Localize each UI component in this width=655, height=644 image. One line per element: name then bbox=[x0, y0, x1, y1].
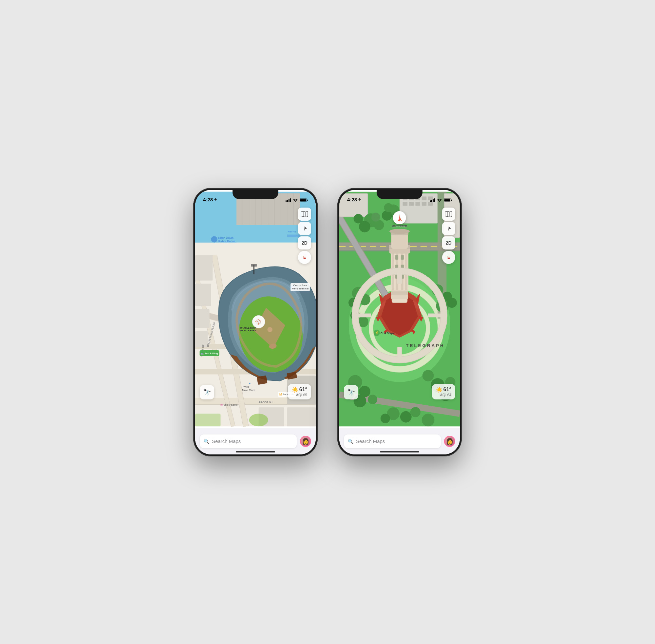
svg-rect-40 bbox=[251, 264, 256, 267]
search-icon-right: 🔍 bbox=[348, 439, 353, 444]
location-btn-left[interactable] bbox=[298, 222, 311, 235]
svg-text:◎: ◎ bbox=[220, 404, 223, 406]
svg-rect-25 bbox=[195, 255, 212, 280]
weather-row-left: ☀️ 61° bbox=[292, 387, 307, 393]
view-2d-btn-right[interactable]: 2D bbox=[442, 236, 455, 250]
time-right: 4:28 bbox=[347, 197, 357, 202]
coit-pin-circle: 🗼 bbox=[393, 211, 406, 224]
svg-rect-26 bbox=[195, 283, 211, 306]
phone-left: 4:28 ✈ bbox=[193, 188, 318, 456]
svg-rect-132 bbox=[391, 291, 408, 295]
battery-icon-right bbox=[444, 199, 452, 202]
compass-right[interactable]: E bbox=[442, 251, 455, 264]
battery-icon-left bbox=[300, 199, 308, 202]
map-type-btn-left[interactable] bbox=[298, 208, 311, 221]
svg-text:South Beach: South Beach bbox=[218, 236, 234, 239]
aqi-value-left: 65 bbox=[303, 393, 307, 397]
svg-rect-66 bbox=[433, 199, 434, 202]
search-bar-left[interactable]: 🔍 Search Maps bbox=[200, 434, 297, 448]
svg-text:Coit Steps: Coit Steps bbox=[381, 332, 394, 335]
svg-text:Harbor Marina: Harbor Marina bbox=[218, 239, 235, 242]
status-icons-left bbox=[286, 199, 308, 202]
svg-text:Mays Plaza: Mays Plaza bbox=[242, 388, 255, 391]
svg-text:⚡: ⚡ bbox=[375, 331, 379, 335]
map-type-btn-right[interactable] bbox=[442, 208, 455, 221]
search-bar-right[interactable]: 🔍 Search Maps bbox=[344, 434, 441, 448]
compass-label-left: E bbox=[303, 255, 306, 260]
location-arrow-icon-right bbox=[446, 226, 451, 231]
weather-row-right: ☀️ 61° bbox=[436, 387, 451, 393]
compass-label-right: E bbox=[447, 255, 450, 260]
svg-rect-145 bbox=[401, 255, 404, 260]
binoculars-left[interactable]: 🔭 bbox=[200, 385, 214, 399]
aqi-value-right: 64 bbox=[447, 393, 451, 397]
status-icons-right bbox=[430, 199, 452, 202]
avatar-left[interactable]: 👩 bbox=[300, 436, 311, 447]
weather-icon-left: ☀️ bbox=[292, 387, 298, 393]
svg-rect-1 bbox=[287, 200, 288, 202]
compass-left[interactable]: E bbox=[298, 251, 311, 264]
svg-text:Pier 42: Pier 42 bbox=[288, 230, 296, 233]
svg-point-32 bbox=[249, 414, 268, 426]
weather-icon-right: ☀️ bbox=[436, 387, 443, 393]
svg-rect-2 bbox=[289, 199, 290, 202]
svg-rect-33 bbox=[195, 414, 220, 426]
svg-rect-141 bbox=[391, 233, 408, 249]
svg-rect-28 bbox=[195, 331, 208, 347]
map-coit-tower[interactable]: TELEGRAPH ⚡ Coit Steps 🗼 COIT TOWER bbox=[339, 190, 460, 428]
weather-temp-left: 61° bbox=[299, 387, 307, 393]
2d-label-right: 2D bbox=[446, 240, 452, 246]
status-time-right: 4:28 ✈ bbox=[347, 197, 361, 202]
svg-point-101 bbox=[354, 214, 363, 223]
svg-text:TELEGRAPH: TELEGRAPH bbox=[406, 343, 445, 348]
map-icon-left bbox=[301, 211, 308, 217]
avatar-right[interactable]: 👩 bbox=[444, 436, 455, 447]
notch-right bbox=[377, 190, 423, 199]
svg-point-104 bbox=[382, 210, 392, 220]
svg-point-114 bbox=[447, 298, 457, 308]
weather-aqi-right: AQI 64 bbox=[436, 393, 451, 397]
svg-text:Willie: Willie bbox=[243, 385, 249, 388]
search-placeholder-right: Search Maps bbox=[356, 438, 385, 444]
binoculars-right[interactable]: 🔭 bbox=[344, 385, 358, 399]
weather-aqi-left: AQI 65 bbox=[292, 393, 307, 397]
phones-container: 4:28 ✈ bbox=[193, 188, 462, 456]
svg-rect-3 bbox=[290, 199, 291, 202]
svg-point-44 bbox=[211, 236, 217, 242]
phone-right: 4:28 ✈ bbox=[337, 188, 462, 456]
map-controls-left: 2D E bbox=[298, 208, 311, 264]
svg-point-126 bbox=[410, 407, 421, 417]
svg-rect-37 bbox=[257, 375, 268, 385]
weather-left: ☀️ 61° AQI 65 bbox=[288, 384, 311, 399]
svg-text:Lucky Strike: Lucky Strike bbox=[224, 404, 238, 406]
location-icon-right: ✈ bbox=[358, 198, 361, 201]
svg-rect-27 bbox=[195, 309, 210, 328]
svg-rect-5 bbox=[307, 199, 308, 201]
bottom-bar-right: 🔍 Search Maps 👩 bbox=[339, 428, 460, 455]
svg-point-128 bbox=[422, 414, 435, 426]
map-controls-right: 2D E bbox=[442, 208, 455, 264]
ferry-terminal-label: Oracle ParkFerry Terminal bbox=[291, 283, 310, 291]
weather-temp-right: 61° bbox=[444, 387, 451, 393]
notch-left bbox=[232, 190, 278, 199]
svg-rect-65 bbox=[431, 200, 432, 202]
search-placeholder-left: Search Maps bbox=[212, 438, 241, 444]
coit-pin-label: COIT TOWER bbox=[392, 225, 407, 227]
svg-rect-144 bbox=[395, 255, 398, 260]
map-oracle-park[interactable]: WILLIE MAYS PLAZA KINGS ST BERRY ST Sout… bbox=[195, 190, 316, 428]
svg-text:ORACLE PARK: ORACLE PARK bbox=[240, 329, 256, 331]
svg-rect-30 bbox=[287, 407, 316, 426]
location-icon-left: ✈ bbox=[214, 198, 217, 201]
svg-text:⚾: ⚾ bbox=[255, 318, 262, 324]
svg-text:ORACLE PARK: ORACLE PARK bbox=[240, 327, 256, 329]
svg-rect-6 bbox=[300, 199, 306, 201]
location-btn-right[interactable] bbox=[442, 222, 455, 235]
view-2d-btn-left[interactable]: 2D bbox=[298, 236, 311, 250]
bottom-bar-left: 🔍 Search Maps 👩 bbox=[195, 428, 316, 455]
svg-text:★: ★ bbox=[249, 382, 251, 385]
svg-point-105 bbox=[384, 203, 393, 212]
wifi-icon-left bbox=[293, 199, 298, 202]
home-indicator-left bbox=[236, 451, 275, 453]
aqi-label-right: AQI bbox=[440, 393, 446, 397]
svg-point-143 bbox=[389, 229, 410, 233]
